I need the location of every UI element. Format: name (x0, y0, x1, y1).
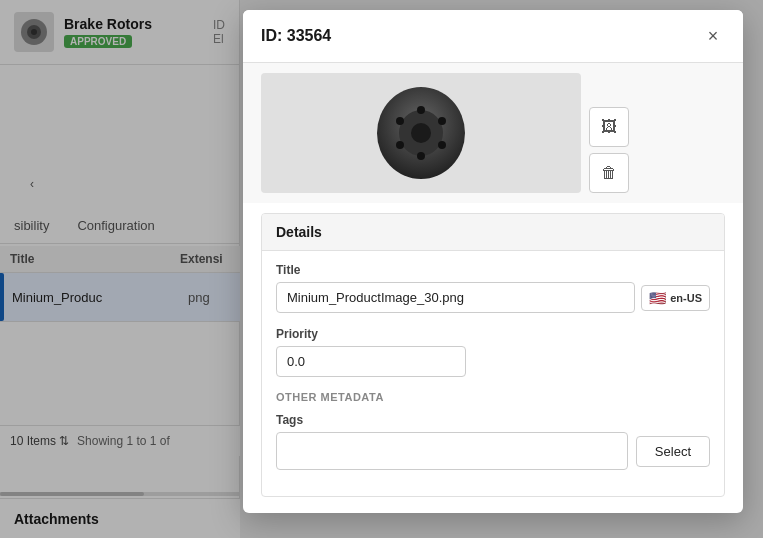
svg-point-8 (438, 141, 446, 149)
priority-input[interactable] (276, 346, 466, 377)
tags-field-group: Tags Select (276, 413, 710, 470)
modal-title: ID: 33564 (261, 27, 331, 45)
trash-icon: 🗑 (601, 164, 617, 182)
flag-icon: 🇺🇸 (649, 290, 666, 306)
priority-field-group: Priority (276, 327, 710, 377)
photo-icon: 🖼 (601, 118, 617, 136)
brake-rotor-preview-svg (366, 83, 476, 183)
priority-field-label: Priority (276, 327, 710, 341)
svg-point-9 (417, 152, 425, 160)
svg-point-6 (417, 106, 425, 114)
details-section: Details Title 🇺🇸 en-US Priority (261, 213, 725, 497)
modal-image-area: 🖼 🗑 (243, 63, 743, 203)
locale-badge[interactable]: 🇺🇸 en-US (641, 285, 710, 311)
select-button[interactable]: Select (636, 436, 710, 467)
title-field-group: Title 🇺🇸 en-US (276, 263, 710, 313)
tags-field-label: Tags (276, 413, 710, 427)
other-metadata-label: OTHER METADATA (276, 391, 710, 403)
media-modal: ID: 33564 × (243, 10, 743, 513)
svg-point-11 (396, 117, 404, 125)
details-heading: Details (262, 214, 724, 251)
tags-input[interactable] (276, 432, 628, 470)
modal-body: Details Title 🇺🇸 en-US Priority (243, 213, 743, 513)
title-field-label: Title (276, 263, 710, 277)
svg-point-10 (396, 141, 404, 149)
delete-image-button[interactable]: 🗑 (589, 153, 629, 193)
tags-row: Select (276, 432, 710, 470)
title-input-row: 🇺🇸 en-US (276, 282, 710, 313)
modal-close-button[interactable]: × (701, 24, 725, 48)
details-body: Title 🇺🇸 en-US Priority OTHER MET (262, 251, 724, 496)
product-image-preview (261, 73, 581, 193)
modal-header: ID: 33564 × (243, 10, 743, 63)
locale-label: en-US (670, 292, 702, 304)
title-input[interactable] (276, 282, 635, 313)
change-image-button[interactable]: 🖼 (589, 107, 629, 147)
image-action-buttons: 🖼 🗑 (589, 107, 629, 193)
svg-point-7 (438, 117, 446, 125)
svg-point-5 (411, 123, 431, 143)
